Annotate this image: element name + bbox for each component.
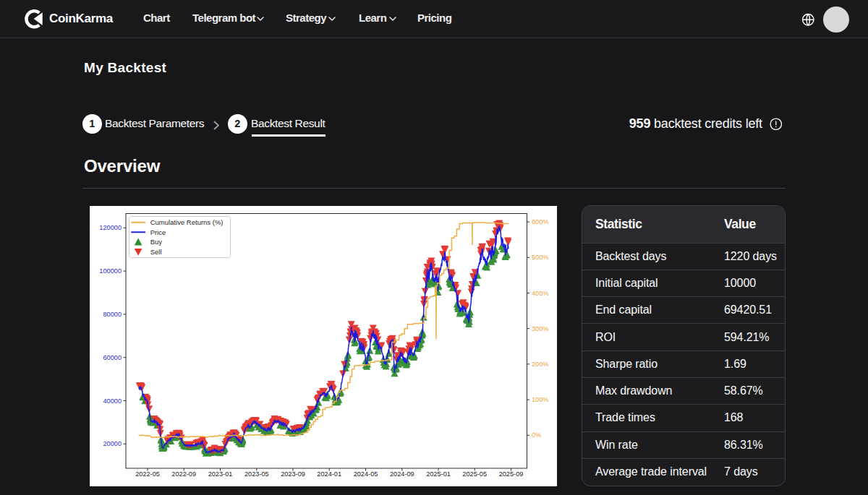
svg-text:100%: 100%: [532, 396, 549, 403]
svg-text:Sell: Sell: [150, 247, 162, 255]
svg-text:2025-01: 2025-01: [426, 470, 451, 477]
svg-text:2023-05: 2023-05: [244, 470, 269, 477]
svg-text:2024-09: 2024-09: [390, 470, 414, 477]
svg-text:Price: Price: [150, 228, 166, 236]
svg-text:2022-09: 2022-09: [171, 470, 196, 477]
svg-text:500%: 500%: [532, 254, 549, 261]
svg-text:2025-09: 2025-09: [499, 470, 524, 477]
svg-text:2024-01: 2024-01: [317, 470, 341, 477]
svg-text:40000: 40000: [103, 397, 122, 404]
svg-text:80000: 80000: [103, 310, 122, 317]
svg-text:20000: 20000: [103, 440, 122, 447]
svg-text:2024-05: 2024-05: [354, 470, 378, 477]
svg-text:600%: 600%: [532, 218, 549, 225]
svg-text:2023-09: 2023-09: [281, 470, 305, 477]
svg-text:Cumulative Returns (%): Cumulative Returns (%): [150, 218, 224, 226]
svg-text:400%: 400%: [532, 289, 549, 296]
svg-text:2023-01: 2023-01: [208, 470, 233, 477]
svg-text:100000: 100000: [99, 267, 122, 275]
svg-text:2025-05: 2025-05: [462, 470, 487, 477]
svg-text:Buy: Buy: [150, 238, 163, 246]
svg-text:0%: 0%: [532, 431, 541, 439]
svg-text:300%: 300%: [532, 324, 549, 332]
svg-text:120000: 120000: [99, 224, 122, 231]
svg-text:60000: 60000: [103, 353, 122, 361]
svg-text:2022-05: 2022-05: [135, 470, 160, 477]
svg-text:200%: 200%: [532, 360, 549, 367]
